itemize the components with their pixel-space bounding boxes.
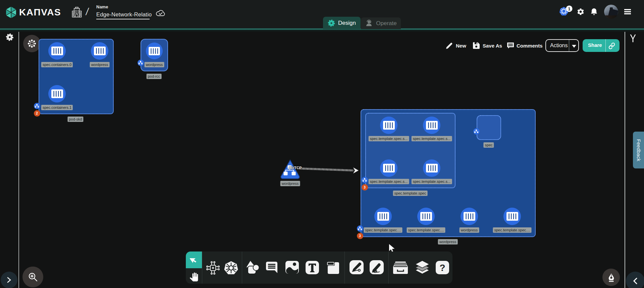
svg-text:?: ? xyxy=(439,263,445,273)
svg-text:1: 1 xyxy=(568,6,571,11)
